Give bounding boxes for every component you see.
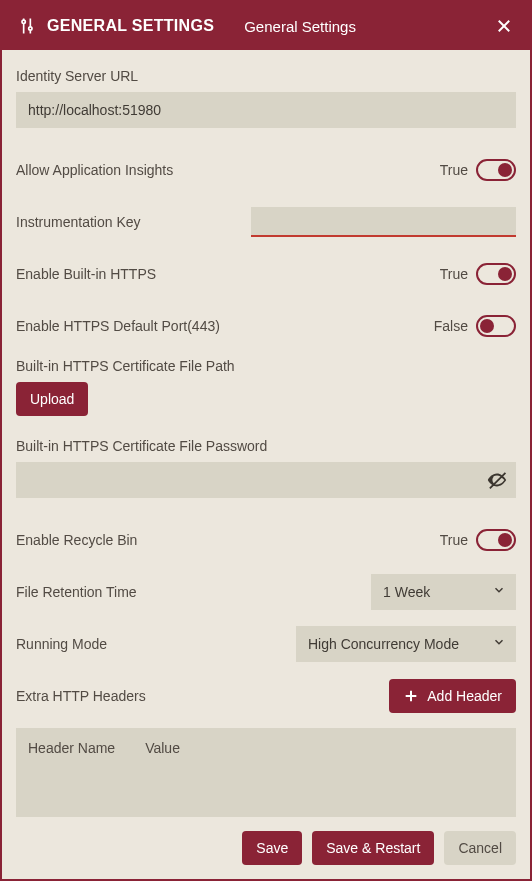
https-port-label: Enable HTTPS Default Port(443): [16, 318, 220, 334]
add-header-button[interactable]: Add Header: [389, 679, 516, 713]
enable-https-toggle[interactable]: [476, 263, 516, 285]
upload-button[interactable]: Upload: [16, 382, 88, 416]
save-button[interactable]: Save: [242, 831, 302, 865]
cert-path-label: Built-in HTTPS Certificate File Path: [16, 358, 516, 374]
close-icon: [495, 17, 513, 35]
instrumentation-key-label: Instrumentation Key: [16, 214, 141, 230]
allow-insights-toggle[interactable]: [476, 159, 516, 181]
toggle-password-visibility[interactable]: [486, 469, 508, 491]
cancel-button[interactable]: Cancel: [444, 831, 516, 865]
cert-password-input[interactable]: [16, 462, 516, 498]
close-button[interactable]: [493, 15, 515, 37]
plus-icon: [403, 688, 419, 704]
https-port-toggle[interactable]: [476, 315, 516, 337]
dialog-body: Identity Server URL Allow Application In…: [2, 50, 530, 817]
dialog-footer: Save Save & Restart Cancel: [2, 817, 530, 879]
dialog-title: GENERAL SETTINGS: [47, 17, 214, 35]
extra-headers-label: Extra HTTP Headers: [16, 688, 146, 704]
running-mode-selected: High Concurrency Mode: [308, 636, 459, 652]
identity-url-input[interactable]: [16, 92, 516, 128]
cert-password-label: Built-in HTTPS Certificate File Password: [16, 438, 516, 454]
save-restart-button[interactable]: Save & Restart: [312, 831, 434, 865]
dialog-subtitle: General Settings: [244, 18, 356, 35]
headers-col-name: Header Name: [28, 740, 115, 756]
retention-selected: 1 Week: [383, 584, 430, 600]
svg-point-0: [22, 20, 25, 23]
eye-off-icon: [486, 469, 508, 491]
instrumentation-key-input[interactable]: [251, 207, 516, 237]
recycle-bin-label: Enable Recycle Bin: [16, 532, 137, 548]
recycle-bin-value: True: [440, 532, 468, 548]
retention-select[interactable]: 1 Week: [371, 574, 516, 610]
allow-insights-label: Allow Application Insights: [16, 162, 173, 178]
general-settings-dialog: GENERAL SETTINGS General Settings Identi…: [0, 0, 532, 881]
svg-point-3: [29, 27, 32, 30]
headers-col-value: Value: [145, 740, 180, 756]
running-mode-select[interactable]: High Concurrency Mode: [296, 626, 516, 662]
https-port-value: False: [434, 318, 468, 334]
recycle-bin-toggle[interactable]: [476, 529, 516, 551]
enable-https-label: Enable Built-in HTTPS: [16, 266, 156, 282]
enable-https-value: True: [440, 266, 468, 282]
identity-url-label: Identity Server URL: [16, 68, 516, 84]
allow-insights-value: True: [440, 162, 468, 178]
running-mode-label: Running Mode: [16, 636, 107, 652]
settings-icon: [17, 16, 37, 36]
retention-label: File Retention Time: [16, 584, 137, 600]
add-header-label: Add Header: [427, 688, 502, 704]
dialog-header: GENERAL SETTINGS General Settings: [2, 2, 530, 50]
headers-table: Header Name Value: [16, 728, 516, 817]
